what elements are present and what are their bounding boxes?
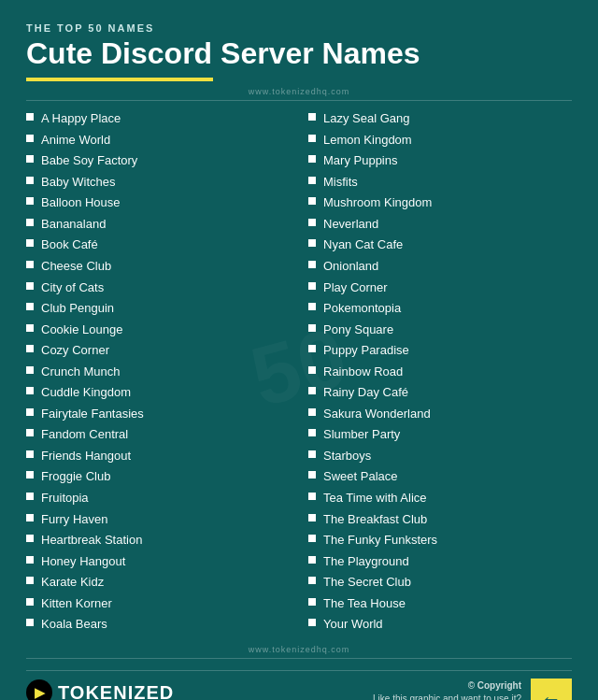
item-text: The Playground: [323, 553, 409, 570]
bullet: [308, 619, 316, 626]
item-text: City of Cats: [41, 279, 104, 296]
item-text: Rainy Day Café: [323, 384, 408, 401]
item-text: Cookie Lounge: [41, 321, 122, 338]
item-text: Balloon House: [41, 194, 121, 211]
list-item: Rainbow Road: [308, 364, 572, 380]
bullet: [308, 598, 316, 606]
bullet: [26, 514, 34, 521]
list-item: Mushroom Kingdom: [308, 194, 572, 211]
arrow-icon: ←: [541, 687, 562, 700]
bullet: [308, 556, 316, 564]
bullet: [26, 324, 34, 332]
list-item: Friends Hangout: [26, 448, 290, 464]
item-text: Fandom Central: [41, 426, 128, 443]
item-text: A Happy Place: [41, 110, 121, 127]
right-column: Lazy Seal GangLemon KingdomMary PuppinsM…: [308, 110, 572, 637]
item-text: Kitten Korner: [41, 595, 112, 612]
item-text: Nyan Cat Cafe: [323, 236, 403, 253]
bullet: [26, 619, 34, 626]
list-item: Neverland: [308, 216, 572, 233]
bullet: [308, 408, 316, 416]
item-text: Bananaland: [41, 216, 106, 233]
bullet: [308, 493, 316, 500]
header-url: www.tokenizedhq.com: [26, 87, 572, 96]
header: THE TOP 50 NAMES Cute Discord Server Nam…: [26, 22, 572, 101]
bullet: [308, 303, 316, 310]
item-text: Mary Puppins: [323, 152, 397, 169]
list-item: City of Cats: [26, 279, 290, 296]
bullet: [26, 303, 34, 310]
list-item: Anime World: [26, 132, 290, 149]
item-text: Pokemontopia: [323, 300, 401, 317]
item-text: Crunch Munch: [41, 364, 121, 380]
bullet: [308, 155, 316, 163]
item-text: Neverland: [323, 216, 378, 233]
item-text: Your World: [323, 616, 383, 633]
list-columns: A Happy PlaceAnime WorldBabe Soy Factory…: [26, 110, 572, 637]
bullet: [26, 577, 34, 584]
bullet: [308, 450, 316, 458]
item-text: Puppy Paradise: [323, 342, 409, 359]
item-text: Cuddle Kingdom: [41, 384, 131, 401]
bullet: [26, 113, 34, 121]
bullet: [26, 556, 34, 564]
item-text: Karate Kidz: [41, 574, 104, 591]
brand: ▶ TOKENIZED: [26, 679, 174, 700]
copyright-block: © Copyright Like this graphic and want t…: [174, 679, 521, 700]
list-item: Pokemontopia: [308, 300, 572, 317]
bullet: [308, 239, 316, 247]
item-text: Pony Square: [323, 321, 393, 338]
list-item: Fruitopia: [26, 490, 290, 507]
item-text: Honey Hangout: [41, 553, 125, 570]
list-item: The Funky Funksters: [308, 532, 572, 549]
brand-name: TOKENIZED: [58, 682, 174, 700]
bullet: [308, 197, 316, 205]
list-item: Fairytale Fantasies: [26, 406, 290, 422]
list-item: Fandom Central: [26, 426, 290, 443]
subtitle: THE TOP 50 NAMES: [26, 22, 572, 34]
list-item: The Secret Club: [308, 574, 572, 591]
item-text: Club Penguin: [41, 300, 114, 317]
item-text: Lemon Kingdom: [323, 132, 412, 149]
list-item: Mary Puppins: [308, 152, 572, 169]
footer-divider: [26, 658, 572, 659]
bullet: [26, 387, 34, 394]
bullet: [26, 219, 34, 226]
list-item: Lazy Seal Gang: [308, 110, 572, 127]
title-underline: [26, 78, 213, 81]
bullet: [308, 177, 316, 184]
bullet: [26, 429, 34, 436]
footer-url-top: www.tokenizedhq.com: [26, 645, 572, 654]
item-text: Cozy Corner: [41, 342, 109, 359]
arrow-box[interactable]: ←: [531, 679, 572, 700]
list-item: Babe Soy Factory: [26, 152, 290, 169]
list-item: The Tea House: [308, 595, 572, 612]
item-text: Fairytale Fantasies: [41, 406, 144, 422]
bullet: [308, 219, 316, 226]
bullet: [308, 345, 316, 352]
item-text: Onionland: [323, 258, 378, 275]
item-text: Cheese Club: [41, 258, 111, 275]
list-item: Book Café: [26, 236, 290, 253]
item-text: Furry Haven: [41, 511, 108, 528]
copyright-line2: Like this graphic and want to use it?: [373, 693, 521, 700]
bullet: [26, 197, 34, 205]
list-item: Crunch Munch: [26, 364, 290, 380]
list-item: The Playground: [308, 553, 572, 570]
list-item: Starboys: [308, 448, 572, 464]
left-column: A Happy PlaceAnime WorldBabe Soy Factory…: [26, 110, 290, 637]
item-text: Froggie Club: [41, 468, 110, 485]
list-item: Rainy Day Café: [308, 384, 572, 401]
bullet: [308, 282, 316, 290]
bullet: [26, 177, 34, 184]
bullet: [308, 324, 316, 332]
item-text: The Breakfast Club: [323, 511, 427, 528]
bullet: [26, 282, 34, 290]
bullet: [26, 345, 34, 352]
item-text: Book Café: [41, 236, 98, 253]
item-text: Sweet Palace: [323, 468, 398, 485]
item-text: Anime World: [41, 132, 110, 149]
list-item: Slumber Party: [308, 426, 572, 443]
item-text: Babe Soy Factory: [41, 152, 137, 169]
bullet: [26, 535, 34, 542]
